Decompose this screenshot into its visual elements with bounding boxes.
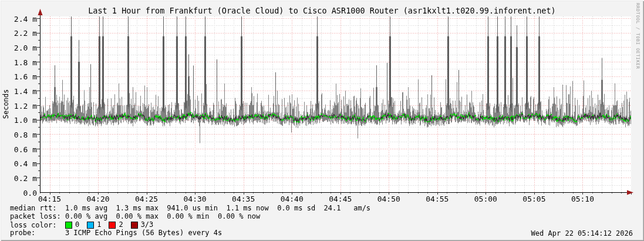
loss-color-item: 3/3 <box>131 221 154 229</box>
y-tick-label: 1.4 m <box>9 87 37 96</box>
x-tick-label: 04:55 <box>424 195 450 203</box>
y-tick-label: 1.6 m <box>9 72 37 81</box>
x-tick-label: 05:00 <box>473 195 498 203</box>
y-tick-label: 0.6 m <box>9 145 37 154</box>
loss-color-count: 2 <box>119 221 123 229</box>
x-tick-label: 04:15 <box>37 195 63 203</box>
y-tick-label: 0.4 m <box>9 159 37 168</box>
loss-color-swatch <box>87 222 94 229</box>
y-tick-label: 1.8 m <box>9 58 37 67</box>
y-tick-label: 0.0 <box>9 189 37 198</box>
x-tick-label: 04:35 <box>231 195 257 203</box>
probe-info: probe: 3 ICMP Echo Pings (56 Bytes) ever… <box>10 229 222 237</box>
y-tick-label: 1.0 m <box>9 116 37 125</box>
rrdtool-watermark: RRDTOOL / TOBI OETIKER <box>635 3 640 69</box>
x-tick-label: 04:45 <box>328 195 353 203</box>
y-tick-label: 0.2 m <box>9 174 37 183</box>
y-tick-label: 2.0 m <box>9 43 37 52</box>
x-tick-label: 04:50 <box>376 195 402 203</box>
loss-color-swatch <box>131 222 138 229</box>
chart-title: Last 1 Hour from Frankfurt (Oracle Cloud… <box>0 6 644 15</box>
loss-color-count: 0 <box>75 221 79 229</box>
x-tick-label: 05:10 <box>569 195 595 203</box>
x-tick-label: 04:40 <box>279 195 305 203</box>
loss-color-item: 0 <box>65 221 79 229</box>
y-tick-label: 1.2 m <box>9 102 37 111</box>
y-tick-label: 2.4 m <box>9 15 37 24</box>
x-tick-label: 04:20 <box>85 195 111 203</box>
loss-color-count: 1 <box>97 221 101 229</box>
loss-color-item: 1 <box>87 221 101 229</box>
stat-packet-loss: packet loss: 0.00 % avg 0.00 % max 0.00 … <box>10 213 260 220</box>
y-tick-label: 0.8 m <box>9 130 37 139</box>
x-tick-label: 04:30 <box>182 195 208 203</box>
x-tick-label: 05:05 <box>521 195 547 203</box>
loss-color-item: 2 <box>109 221 123 229</box>
stat-median-rtt: median rtt: 1.0 ms avg 1.3 ms max 941.0 … <box>10 205 370 212</box>
loss-color-swatch <box>109 222 116 229</box>
x-tick-label: 04:25 <box>134 195 160 203</box>
graph-timestamp: Wed Apr 22 05:14:12 2026 <box>531 229 633 237</box>
loss-color-count: 3/3 <box>141 221 154 229</box>
y-tick-label: 2.2 m <box>9 29 37 38</box>
rrdtool-smokeping-graph: Last 1 Hour from Frankfurt (Oracle Cloud… <box>0 0 644 241</box>
loss-color-swatch <box>65 222 72 229</box>
